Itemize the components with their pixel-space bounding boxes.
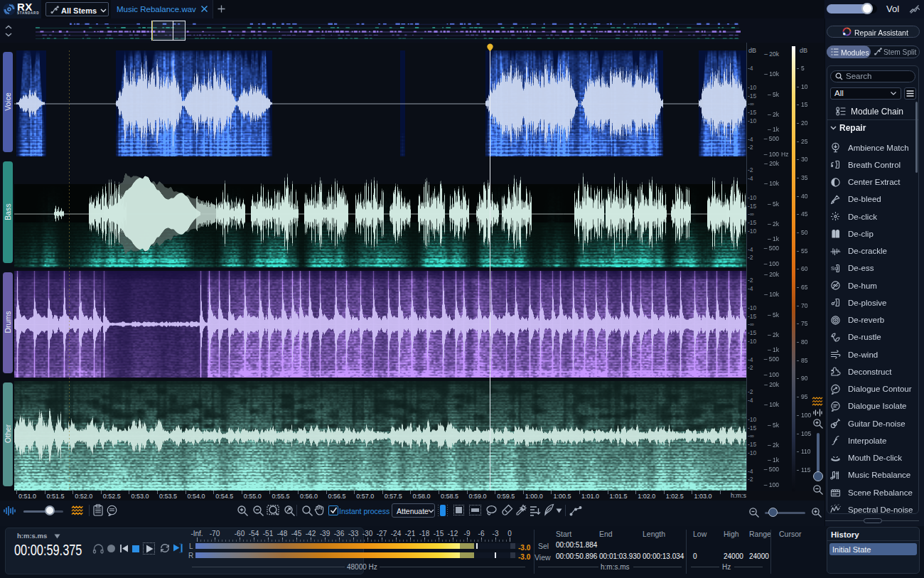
svg-text:Ss: Ss [831, 265, 837, 272]
